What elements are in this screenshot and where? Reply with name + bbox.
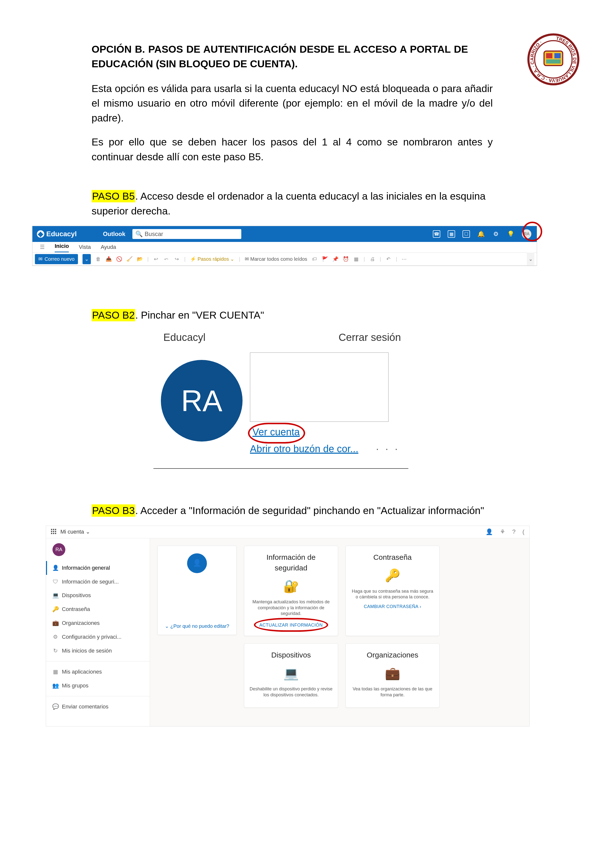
open-other-mailbox-link[interactable]: Abrir otro buzón de cor... <box>250 443 358 454</box>
tag-icon[interactable]: 🏷 <box>312 256 317 262</box>
undo-icon[interactable]: ↶ <box>385 256 392 262</box>
sidebar-item-security[interactable]: 🛡Información de seguri... <box>46 575 150 589</box>
why-cant-edit-link[interactable]: ⌄ ¿Por qué no puedo editar? <box>165 623 229 630</box>
sidebar-avatar[interactable]: RA <box>53 543 65 556</box>
move-icon[interactable]: 📂 <box>137 256 143 262</box>
categorize-icon[interactable]: ▦ <box>353 256 359 262</box>
day-view-icon[interactable]: ☐ <box>463 230 470 238</box>
avatar-highlight-annotation <box>522 222 542 242</box>
search-input[interactable]: 🔍 Buscar <box>132 229 241 239</box>
view-account-highlight-annotation <box>248 423 305 443</box>
educacyl-logo-icon: ◆ <box>37 230 44 238</box>
profile-card: 👤 ⌄ ¿Por qué no puedo editar? <box>157 546 236 635</box>
step-b5-line: PASO B5. Acceso desde el ordenador a la … <box>92 189 522 219</box>
intro-paragraph-2: Es por ello que se deben hacer los pasos… <box>92 135 522 164</box>
orgs-card-icon: 💼 <box>385 664 400 682</box>
account-topbar: Mi cuenta ⌄ 👤 ⚘ ? ( <box>46 526 529 538</box>
account-manager-icon[interactable]: 👤 <box>485 528 493 536</box>
sign-out-link[interactable]: Cerrar sesión <box>339 330 401 345</box>
screenshot-outlook-header: ◆ Educacyl Outlook 🔍 Buscar ☎ ▦ ☐ 🔔 ⚙ 💡 … <box>32 226 537 266</box>
sidebar-item-signins[interactable]: ↻Mis inicios de sesión <box>46 644 150 658</box>
educacyl-logo[interactable]: ◆ Educacyl <box>37 229 77 239</box>
profile-avatar-icon: 👤 <box>187 553 207 573</box>
card-password-title: Contraseña <box>373 552 412 563</box>
account-info-box <box>250 352 389 422</box>
search-placeholder: Buscar <box>145 230 163 239</box>
sidebar-item-feedback[interactable]: 💬Enviar comentarios <box>46 700 150 714</box>
flag-icon[interactable]: 🚩 <box>322 256 328 262</box>
card-security-info: Información de seguridad 🔐 Mantenga actu… <box>244 546 338 636</box>
delete-icon[interactable]: 🗑 <box>95 256 101 262</box>
mark-all-read-button[interactable]: ✉ Marcar todos como leídos <box>245 256 307 263</box>
sidebar-item-orgs[interactable]: 💼Organizaciones <box>46 616 150 630</box>
outlook-topbar: ◆ Educacyl Outlook 🔍 Buscar ☎ ▦ ☐ 🔔 ⚙ 💡 … <box>33 226 537 242</box>
sidebar-item-apps[interactable]: ▦Mis aplicaciones <box>46 665 150 679</box>
teams-call-icon[interactable]: ☎ <box>433 230 440 238</box>
educacyl-brand-text: Educacyl <box>46 229 77 239</box>
popover-brand: Educacyl <box>163 330 205 345</box>
account-avatar-small[interactable]: ( <box>522 528 524 536</box>
security-card-icon: 🔐 <box>283 577 299 595</box>
groups-icon: 👥 <box>53 683 58 689</box>
tab-vista[interactable]: Vista <box>79 243 91 251</box>
briefcase-icon: 💼 <box>53 620 58 626</box>
my-account-title[interactable]: Mi cuenta ⌄ <box>61 528 90 536</box>
forward-icon[interactable]: ↪ <box>174 256 180 262</box>
account-sidebar: RA 👤Información general 🛡Información de … <box>46 538 150 726</box>
help-icon[interactable]: ? <box>512 528 516 536</box>
reply-icon[interactable]: ↩ <box>153 256 159 262</box>
update-info-highlight-annotation <box>254 618 328 632</box>
print-icon[interactable]: 🖨 <box>370 256 375 262</box>
archive-icon[interactable]: 📥 <box>106 256 112 262</box>
card-orgs: Organizaciones 💼 Vea todas las organizac… <box>345 643 440 708</box>
key-card-icon: 🔑 <box>385 566 400 584</box>
sweep-icon[interactable]: 🧹 <box>126 256 132 262</box>
page-title: OPCIÓN B. PASOS DE AUTENTIFICACIÓN DESDE… <box>92 42 522 71</box>
report-icon[interactable]: 🚫 <box>116 256 122 262</box>
reply-all-icon[interactable]: ⤺ <box>163 256 169 262</box>
new-mail-dropdown[interactable]: ⌄ <box>82 254 91 264</box>
step-b2-line: PASO B2. Pinchar en "VER CUENTA" <box>92 308 522 322</box>
ribbon-collapse-icon[interactable]: ⌄ <box>527 253 534 265</box>
outlook-tabs: ☰ Inicio Vista Ayuda <box>33 242 537 253</box>
outlook-ribbon: ✉ Correo nuevo ⌄ 🗑 📥 🚫 🧹 📂 | ↩ ⤺ ↪ | ⚡ P… <box>33 253 537 266</box>
tab-ayuda[interactable]: Ayuda <box>101 243 116 251</box>
sidebar-item-settings[interactable]: ⚙Configuración y privaci... <box>46 630 150 644</box>
org-icon[interactable]: ⚘ <box>500 528 505 536</box>
quick-steps-button[interactable]: ⚡ Pasos rápidos ⌄ <box>190 256 235 263</box>
shield-icon: 🛡 <box>53 579 58 585</box>
meet-now-icon[interactable]: ▦ <box>448 230 455 238</box>
notifications-icon[interactable]: 🔔 <box>477 230 485 238</box>
outlook-app-label: Outlook <box>103 230 126 239</box>
card-devices: Dispositivos 💻 Deshabilite un dispositiv… <box>244 643 338 708</box>
signin-icon: ↻ <box>53 648 58 654</box>
feedback-icon: 💬 <box>53 704 58 710</box>
pin-icon[interactable]: 📌 <box>333 256 338 262</box>
change-password-link[interactable]: CAMBIAR CONTRASEÑA › <box>364 603 421 610</box>
devices-card-icon: 💻 <box>283 664 299 682</box>
screenshot-my-account: Mi cuenta ⌄ 👤 ⚘ ? ( RA 👤Información gene… <box>46 525 530 727</box>
card-security-title: Información de seguridad <box>249 552 333 574</box>
tips-icon[interactable]: 💡 <box>507 230 515 238</box>
sidebar-item-password[interactable]: 🔑Contraseña <box>46 602 150 616</box>
app-launcher-icon[interactable] <box>51 529 57 535</box>
sidebar-item-devices[interactable]: 💻Dispositivos <box>46 589 150 602</box>
svg-rect-5 <box>554 53 561 58</box>
search-icon: 🔍 <box>135 230 143 239</box>
apps-icon: ▦ <box>53 669 58 675</box>
svg-rect-4 <box>546 53 552 58</box>
settings-gear-icon[interactable]: ⚙ <box>492 230 500 238</box>
more-options-icon[interactable]: · · · <box>376 442 399 456</box>
gear-icon: ⚙ <box>53 634 58 640</box>
key-icon: 🔑 <box>53 606 58 612</box>
step-b5-label: PASO B5 <box>92 190 135 202</box>
new-mail-button[interactable]: ✉ Correo nuevo <box>35 254 78 264</box>
popover-avatar: RA <box>161 360 242 442</box>
more-commands-icon[interactable]: ⋯ <box>402 256 407 263</box>
step-b3-line: PASO B3. Acceder a "Información de segur… <box>92 504 522 518</box>
sidebar-item-groups[interactable]: 👥Mis grupos <box>46 679 150 693</box>
intro-paragraph-1: Esta opción es válida para usarla si la … <box>92 81 522 126</box>
sidebar-item-overview[interactable]: 👤Información general <box>46 561 150 575</box>
tab-inicio[interactable]: Inicio <box>55 242 69 252</box>
snooze-icon[interactable]: ⏰ <box>343 256 349 262</box>
